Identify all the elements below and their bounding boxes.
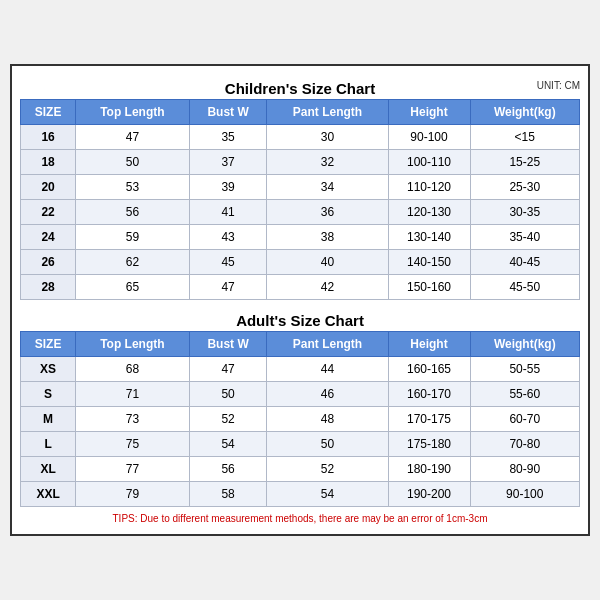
children-header-row: SIZE Top Length Bust W Pant Length Heigh… bbox=[21, 100, 580, 125]
table-cell: 73 bbox=[76, 407, 190, 432]
table-cell: 52 bbox=[267, 457, 388, 482]
table-cell: 52 bbox=[189, 407, 267, 432]
adult-col-header-bust-w: Bust W bbox=[189, 332, 267, 357]
table-cell: 62 bbox=[76, 250, 190, 275]
table-cell: 32 bbox=[267, 150, 388, 175]
table-row: XL775652180-19080-90 bbox=[21, 457, 580, 482]
table-cell: XL bbox=[21, 457, 76, 482]
table-cell: 30 bbox=[267, 125, 388, 150]
table-cell: 40 bbox=[267, 250, 388, 275]
table-cell: 47 bbox=[189, 357, 267, 382]
adult-col-header-pant-length: Pant Length bbox=[267, 332, 388, 357]
children-title-text: Children's Size Chart bbox=[225, 80, 375, 97]
table-cell: S bbox=[21, 382, 76, 407]
table-row: 20533934110-12025-30 bbox=[21, 175, 580, 200]
table-row: S715046160-17055-60 bbox=[21, 382, 580, 407]
table-cell: 170-175 bbox=[388, 407, 470, 432]
col-header-top-length: Top Length bbox=[76, 100, 190, 125]
tips-text: TIPS: Due to different measurement metho… bbox=[20, 507, 580, 526]
table-cell: 16 bbox=[21, 125, 76, 150]
table-cell: 180-190 bbox=[388, 457, 470, 482]
table-cell: 80-90 bbox=[470, 457, 579, 482]
table-cell: 30-35 bbox=[470, 200, 579, 225]
table-cell: 120-130 bbox=[388, 200, 470, 225]
table-cell: 54 bbox=[267, 482, 388, 507]
adult-section-title: Adult's Size Chart bbox=[20, 306, 580, 331]
table-cell: 90-100 bbox=[470, 482, 579, 507]
table-cell: 45-50 bbox=[470, 275, 579, 300]
table-cell: 71 bbox=[76, 382, 190, 407]
table-cell: 28 bbox=[21, 275, 76, 300]
size-chart-container: Children's Size Chart UNIT: CM SIZE Top … bbox=[10, 64, 590, 536]
table-cell: XS bbox=[21, 357, 76, 382]
table-cell: 36 bbox=[267, 200, 388, 225]
table-cell: 110-120 bbox=[388, 175, 470, 200]
table-cell: 54 bbox=[189, 432, 267, 457]
table-cell: 50-55 bbox=[470, 357, 579, 382]
table-row: XXL795854190-20090-100 bbox=[21, 482, 580, 507]
table-cell: 35-40 bbox=[470, 225, 579, 250]
table-row: M735248170-17560-70 bbox=[21, 407, 580, 432]
table-cell: 18 bbox=[21, 150, 76, 175]
table-cell: 50 bbox=[267, 432, 388, 457]
table-row: 22564136120-13030-35 bbox=[21, 200, 580, 225]
col-header-weight: Weight(kg) bbox=[470, 100, 579, 125]
table-cell: 45 bbox=[189, 250, 267, 275]
table-row: 24594338130-14035-40 bbox=[21, 225, 580, 250]
table-cell: 15-25 bbox=[470, 150, 579, 175]
table-cell: 130-140 bbox=[388, 225, 470, 250]
table-cell: 56 bbox=[189, 457, 267, 482]
table-cell: 59 bbox=[76, 225, 190, 250]
children-table-body: 1647353090-100<1518503732100-11015-25205… bbox=[21, 125, 580, 300]
table-cell: 55-60 bbox=[470, 382, 579, 407]
table-cell: 25-30 bbox=[470, 175, 579, 200]
table-cell: 90-100 bbox=[388, 125, 470, 150]
adult-title-text: Adult's Size Chart bbox=[236, 312, 364, 329]
table-cell: 44 bbox=[267, 357, 388, 382]
table-cell: 50 bbox=[76, 150, 190, 175]
table-cell: 75 bbox=[76, 432, 190, 457]
table-cell: 60-70 bbox=[470, 407, 579, 432]
table-cell: 53 bbox=[76, 175, 190, 200]
table-cell: 40-45 bbox=[470, 250, 579, 275]
table-row: 26624540140-15040-45 bbox=[21, 250, 580, 275]
table-cell: 43 bbox=[189, 225, 267, 250]
table-cell: 70-80 bbox=[470, 432, 579, 457]
table-row: 18503732100-11015-25 bbox=[21, 150, 580, 175]
table-cell: 150-160 bbox=[388, 275, 470, 300]
table-cell: 37 bbox=[189, 150, 267, 175]
table-cell: XXL bbox=[21, 482, 76, 507]
table-cell: M bbox=[21, 407, 76, 432]
table-cell: 22 bbox=[21, 200, 76, 225]
table-cell: 65 bbox=[76, 275, 190, 300]
adult-col-header-height: Height bbox=[388, 332, 470, 357]
adult-col-header-top-length: Top Length bbox=[76, 332, 190, 357]
table-row: XS684744160-16550-55 bbox=[21, 357, 580, 382]
col-header-height: Height bbox=[388, 100, 470, 125]
col-header-bust-w: Bust W bbox=[189, 100, 267, 125]
adult-col-header-weight: Weight(kg) bbox=[470, 332, 579, 357]
children-size-table: SIZE Top Length Bust W Pant Length Heigh… bbox=[20, 99, 580, 300]
table-row: L755450175-18070-80 bbox=[21, 432, 580, 457]
table-cell: 46 bbox=[267, 382, 388, 407]
table-cell: 42 bbox=[267, 275, 388, 300]
table-cell: 26 bbox=[21, 250, 76, 275]
table-row: 28654742150-16045-50 bbox=[21, 275, 580, 300]
table-cell: 58 bbox=[189, 482, 267, 507]
table-cell: 160-170 bbox=[388, 382, 470, 407]
table-cell: 56 bbox=[76, 200, 190, 225]
table-cell: 48 bbox=[267, 407, 388, 432]
table-cell: 34 bbox=[267, 175, 388, 200]
table-cell: 38 bbox=[267, 225, 388, 250]
table-cell: <15 bbox=[470, 125, 579, 150]
unit-label: UNIT: CM bbox=[537, 80, 580, 91]
table-cell: 160-165 bbox=[388, 357, 470, 382]
table-cell: 68 bbox=[76, 357, 190, 382]
table-cell: 47 bbox=[76, 125, 190, 150]
table-row: 1647353090-100<15 bbox=[21, 125, 580, 150]
table-cell: 77 bbox=[76, 457, 190, 482]
table-cell: 175-180 bbox=[388, 432, 470, 457]
table-cell: 47 bbox=[189, 275, 267, 300]
adult-col-header-size: SIZE bbox=[21, 332, 76, 357]
adult-table-body: XS684744160-16550-55S715046160-17055-60M… bbox=[21, 357, 580, 507]
